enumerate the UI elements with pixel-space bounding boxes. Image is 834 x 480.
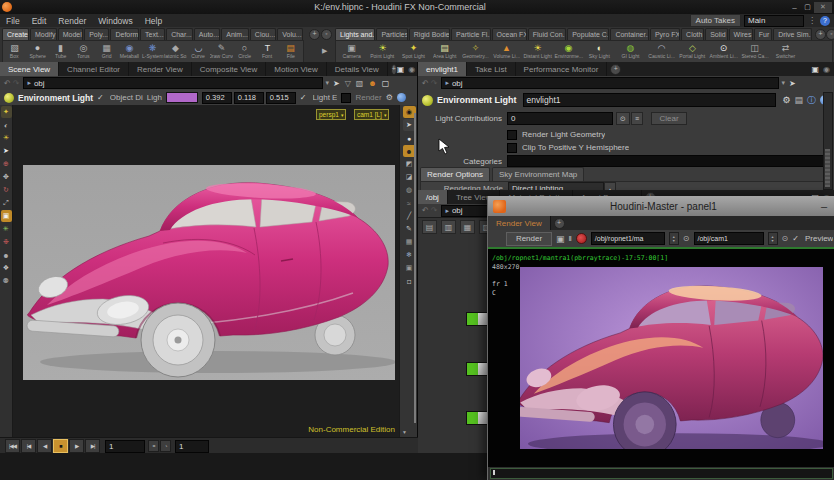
- render-label[interactable]: Render: [355, 93, 381, 102]
- light-color-swatch[interactable]: [166, 92, 198, 103]
- path-field[interactable]: ▸ obj: [441, 77, 779, 89]
- rop-path-select[interactable]: /obj/ropnet1/ma: [591, 232, 665, 245]
- shelf-tool[interactable]: ◍ GI Light: [615, 41, 646, 62]
- maximize-button[interactable]: ▢: [801, 2, 814, 12]
- shelf-tool[interactable]: ▲ Volume Li...: [491, 41, 522, 62]
- pane-tab[interactable]: Motion View: [266, 62, 326, 76]
- shelf-tab[interactable]: Fur: [754, 28, 772, 40]
- preview-label[interactable]: Preview: [805, 234, 833, 243]
- shelf-tool[interactable]: ◎ Torus: [72, 41, 95, 62]
- cube-icon[interactable]: ▧: [356, 79, 364, 88]
- node-flag[interactable]: [467, 412, 478, 424]
- viewport-tool-icon[interactable]: ◐: [1, 119, 12, 131]
- playbar-option-icon[interactable]: ◔: [160, 440, 171, 452]
- network-tool-icon[interactable]: ▥: [441, 220, 456, 234]
- viewport-tool-icon[interactable]: ☀: [1, 132, 12, 144]
- shelf-tab[interactable]: Lights and...: [335, 28, 375, 40]
- viewport-tool-icon[interactable]: ⤢: [1, 197, 12, 209]
- shelf-add-icon[interactable]: +: [309, 29, 320, 40]
- flag-icon[interactable]: ➤: [789, 79, 796, 88]
- node-flag[interactable]: [467, 313, 478, 325]
- shelf-tool[interactable]: ✎ Draw Curve: [210, 41, 233, 62]
- shelf-tool[interactable]: ⇄ Switcher: [770, 41, 801, 62]
- viewport-tool-icon[interactable]: ❉: [1, 236, 12, 248]
- checkbox-row[interactable]: Clip To Positive Y Hemisphere: [420, 141, 828, 154]
- shelf-tab[interactable]: Container...: [610, 28, 649, 40]
- info-icon[interactable]: ⓘ: [807, 94, 816, 107]
- shelf-tab[interactable]: Particle Fl...: [451, 28, 490, 40]
- path-forward-icon[interactable]: ↷: [431, 206, 438, 215]
- param-scrollbar[interactable]: [823, 92, 833, 190]
- minimize-button[interactable]: –: [821, 200, 827, 212]
- help-icon[interactable]: ?: [820, 16, 830, 26]
- viewport-tool-icon[interactable]: ⚉: [1, 275, 12, 287]
- pane-menu-icon[interactable]: ◉: [408, 65, 415, 74]
- menu-item[interactable]: Render: [52, 14, 92, 27]
- viewport-tool-icon[interactable]: ❖: [1, 262, 12, 274]
- shelf-add-icon[interactable]: +: [815, 29, 826, 40]
- corner-menu-icon[interactable]: ▼: [402, 429, 407, 435]
- transport-button[interactable]: ▶|: [85, 439, 100, 453]
- pane-tab[interactable]: Render View: [129, 62, 192, 76]
- checkbox[interactable]: [507, 143, 517, 153]
- shelf-tool[interactable]: ▤ Area Light: [429, 41, 460, 62]
- render-button[interactable]: Render: [506, 232, 552, 246]
- take-select[interactable]: Main: [744, 15, 804, 27]
- pane-tab[interactable]: /obj: [418, 190, 448, 204]
- shelf-gear-icon[interactable]: ◦: [826, 29, 834, 40]
- color-value-field[interactable]: 0.515: [266, 92, 296, 104]
- shelf-tool[interactable]: ○ Circle: [233, 41, 256, 62]
- shelf-tab[interactable]: Model: [58, 28, 83, 40]
- shelf-tab[interactable]: Ocean FX: [492, 28, 527, 40]
- pane-tab[interactable]: envlight1: [418, 62, 467, 76]
- shelf-tab[interactable]: Volu...: [277, 28, 303, 40]
- viewport-tool-icon[interactable]: ▣: [1, 210, 12, 222]
- check-icon[interactable]: ✓: [300, 93, 307, 102]
- shelf-tool[interactable]: ▦ Grid: [95, 41, 118, 62]
- pane-menu-icon[interactable]: ◉: [823, 65, 830, 74]
- shelf-tool[interactable]: ◡ Curve: [187, 41, 210, 62]
- shelf-tool[interactable]: ▤ File: [279, 41, 302, 62]
- shelf-tool[interactable]: ◠ Caustic Li...: [646, 41, 677, 62]
- shelf-tab[interactable]: Auto...: [194, 28, 220, 40]
- shelf-tool[interactable]: ◆ Platonic So...: [164, 41, 187, 62]
- floating-window[interactable]: Houdini-Master - panel1 – Render View + …: [487, 196, 834, 480]
- object-display-label[interactable]: Object Di: [110, 93, 143, 102]
- shelf-tool[interactable]: T Font: [256, 41, 279, 62]
- render-canvas[interactable]: /obj/ropnet1/mantra1(pbrraytrace)-17:57:…: [488, 247, 834, 467]
- node-name-field[interactable]: envlight1: [523, 93, 777, 107]
- transport-button[interactable]: |◀: [21, 439, 36, 453]
- shelf-tool[interactable]: ◇ Portal Light: [677, 41, 708, 62]
- transport-button[interactable]: ▶: [69, 439, 84, 453]
- shelf-tab[interactable]: Deform: [110, 28, 139, 40]
- shelf-tool[interactable]: ⊙ Ambient Li...: [708, 41, 739, 62]
- takes-menu-icon[interactable]: ⋮: [808, 16, 816, 25]
- light-enable-label[interactable]: Light E: [313, 93, 338, 102]
- auto-takes-button[interactable]: Auto Takes: [690, 14, 741, 27]
- scene-viewport[interactable]: ✦◐☀➤⊕✥↻⤢▣✳❉☻❖⚉: [0, 105, 417, 437]
- checkbox[interactable]: [507, 130, 517, 140]
- shelf-tool[interactable]: ▧ Box: [3, 41, 26, 62]
- shelf-tool[interactable]: ◫ Stereo Ca...: [739, 41, 770, 62]
- scrollbar-thumb[interactable]: [825, 149, 830, 187]
- rop-stepper[interactable]: ▴▾: [669, 232, 679, 245]
- shelf-tab[interactable]: Pyro FX: [650, 28, 680, 40]
- viewport-scrollbar[interactable]: [414, 113, 416, 423]
- color-value-field[interactable]: 0.118: [234, 92, 264, 104]
- shelf-tool[interactable]: ☀ Distant Light: [522, 41, 553, 62]
- shelf-tab[interactable]: Fluid Con...: [528, 28, 567, 40]
- transport-button[interactable]: |◀◀: [5, 439, 20, 453]
- shelf-overflow-icon[interactable]: ▶: [322, 47, 327, 55]
- shelf-tool[interactable]: ✧ Geometry...: [460, 41, 491, 62]
- checkbox-row[interactable]: Render Light Geometry: [420, 128, 828, 141]
- categories-field[interactable]: [507, 155, 828, 167]
- pane-tab[interactable]: Composite View: [192, 62, 267, 76]
- color-value-field[interactable]: 0.392: [202, 92, 232, 104]
- shelf-tab[interactable]: Anim...: [221, 28, 249, 40]
- end-frame-field[interactable]: 1: [175, 440, 209, 453]
- path-field[interactable]: ▸ obj: [23, 77, 323, 89]
- viewport-tool-icon[interactable]: ➤: [1, 145, 12, 157]
- viewport-tool-icon[interactable]: ✳: [1, 223, 12, 235]
- viewport-cam-selector[interactable]: cam1 [L]▾: [354, 109, 389, 120]
- node-flag[interactable]: [467, 363, 478, 375]
